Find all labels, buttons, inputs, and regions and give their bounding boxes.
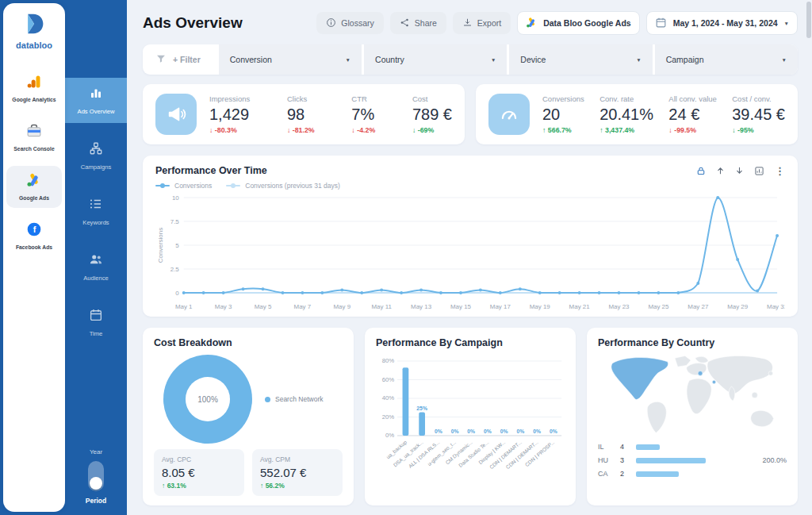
country-row[interactable]: IL4 [598, 443, 787, 451]
more-menu-icon[interactable]: ⋮ [775, 166, 785, 176]
svg-text:Conversions: Conversions [157, 228, 164, 263]
campaign-bar-chart[interactable]: 0%20%40%60%80%ua_backup25%DSA_ua_track..… [376, 352, 565, 485]
databloo-logo[interactable]: databloo [16, 13, 52, 50]
metric-delta: ↓ -99.5% [668, 126, 717, 134]
legend-item-conversions[interactable]: Conversions [155, 182, 212, 190]
chart-title: Performance By Country [598, 337, 787, 348]
delta-arrow-icon: ↑ [599, 126, 603, 134]
stat-delta: ↑ 63.1% [162, 482, 236, 490]
performance-line-chart[interactable]: 02.557.510May 1May 3May 5May 7May 9May 1… [155, 190, 785, 313]
bottom-row: Cost Breakdown 100% Search Network Avg. … [143, 328, 798, 505]
date-range-label: May 1, 2024 - May 31, 2024 [673, 18, 778, 28]
svg-text:May 13: May 13 [411, 303, 432, 310]
map-africa [687, 379, 711, 413]
nav-item-ads-overview[interactable]: Ads Overview [65, 78, 127, 123]
svg-text:0%: 0% [435, 429, 442, 434]
metric-delta: ↓ -81.2% [287, 126, 315, 134]
filter-label: Country [375, 55, 404, 64]
metric-value: 789 € [412, 106, 452, 124]
bar-chart-icon [89, 86, 103, 103]
metric-delta: ↑ 566.7% [542, 126, 584, 134]
date-range-picker[interactable]: May 1, 2024 - May 31, 2024 ▼ [646, 11, 798, 35]
chevron-down-icon: ▼ [636, 57, 641, 63]
nav-item-campaigns[interactable]: Campaigns [65, 133, 127, 179]
period-toggle[interactable] [88, 461, 104, 491]
sidebar-item-search-console[interactable]: Search Console [6, 117, 62, 159]
stat-avg-cpm: Avg. CPM 552.07 € ↑ 56.2% [252, 449, 343, 496]
donut-legend[interactable]: Search Network [265, 395, 323, 403]
toggle-knob[interactable] [90, 477, 102, 490]
sidebar-item-google-ads[interactable]: Google Ads [6, 166, 62, 208]
calendar-icon [89, 308, 103, 325]
svg-text:0%: 0% [533, 429, 541, 434]
nav-item-label: Time [90, 330, 103, 337]
glossary-button[interactable]: Glossary [316, 12, 383, 34]
donut-chart[interactable]: 100% [163, 355, 252, 444]
country-row[interactable]: CA2 [598, 470, 787, 478]
legend-item-conversions-previous[interactable]: Conversions (previous 31 days) [226, 182, 340, 190]
sidebar-item-google-analytics[interactable]: Google Analytics [6, 67, 62, 110]
share-button[interactable]: Share [390, 12, 446, 34]
delta-text: -95% [737, 126, 754, 134]
svg-text:0%: 0% [385, 432, 394, 439]
performance-by-campaign-card: Performance By Campaign 0%20%40%60%80%ua… [365, 328, 576, 505]
chart-title: Performance By Campaign [376, 337, 565, 348]
metric-conv-rate: Conv. rate 20.41% ↑ 3,437.4% [599, 94, 653, 134]
svg-text:May 29: May 29 [727, 303, 749, 310]
metric-delta: ↓ -69% [412, 126, 452, 134]
filter-dropdown-device[interactable]: Device ▼ [507, 44, 652, 75]
metric-cost: Cost 789 € ↓ -69% [412, 94, 452, 134]
lock-icon[interactable] [696, 166, 706, 176]
scrollbar-thumb[interactable] [806, 2, 811, 38]
country-code: CA [598, 470, 614, 478]
google-analytics-icon [26, 74, 42, 93]
data-source-label: Data Bloo Google Ads [543, 18, 630, 28]
page-title: Ads Overview [143, 14, 243, 32]
delta-text: 63.1% [167, 482, 186, 490]
add-filter-label: + Filter [173, 55, 201, 64]
kpi-card-traffic: Impressions 1,429 ↓ -80.3% Clicks 98 ↓ -… [143, 84, 465, 144]
svg-text:60%: 60% [382, 376, 394, 383]
metric-all-conv-value: All conv. value 24 € ↓ -99.5% [668, 94, 717, 134]
map-north-america[interactable] [611, 358, 668, 400]
filter-dropdown-campaign[interactable]: Campaign ▼ [653, 44, 798, 75]
export-button[interactable]: Export [453, 12, 511, 34]
world-map[interactable] [598, 352, 787, 437]
performance-over-time-card: Performance Over Time ⋮ Conversions Conv… [143, 156, 798, 317]
svg-text:May 21: May 21 [569, 303, 591, 310]
nav-item-audience[interactable]: Audience [65, 244, 127, 290]
country-value: 4 [620, 443, 630, 451]
arrow-up-icon[interactable] [716, 166, 725, 175]
nav-item-label: Campaigns [81, 163, 111, 171]
delta-arrow-icon: ↑ [162, 482, 165, 490]
country-bar [636, 471, 679, 477]
metric-label: Cost [412, 94, 452, 103]
legend-swatch [155, 185, 170, 186]
arrow-down-icon[interactable] [735, 166, 744, 175]
nav-item-time[interactable]: Time [65, 300, 127, 345]
metric-conversions: Conversions 20 ↑ 566.7% [542, 94, 584, 134]
data-source-selector[interactable]: Data Bloo Google Ads [517, 11, 639, 35]
svg-text:80%: 80% [382, 357, 394, 364]
map-israel[interactable] [712, 380, 715, 383]
svg-text:May 7: May 7 [294, 303, 312, 310]
filter-dropdown-conversion[interactable]: Conversion ▼ [216, 44, 362, 75]
add-filter-button[interactable]: + Filter [143, 44, 216, 75]
nav-item-keywords[interactable]: Keywords [65, 189, 127, 234]
map-hungary[interactable] [698, 371, 703, 376]
filter-dropdown-country[interactable]: Country ▼ [362, 44, 507, 75]
chart-legend: Conversions Conversions (previous 31 day… [155, 182, 785, 190]
metric-label: Clicks [287, 94, 315, 103]
filter-bar: + Filter Conversion ▼ Country ▼ Device ▼… [143, 44, 798, 75]
google-ads-icon [26, 172, 42, 191]
gauge-icon [488, 94, 530, 135]
svg-text:40%: 40% [382, 394, 394, 402]
delta-text: -81.2% [293, 126, 315, 134]
map-japan [768, 371, 772, 375]
country-row[interactable]: HU3200.0% [598, 456, 787, 464]
country-value: 3 [620, 456, 630, 464]
info-icon [326, 17, 336, 29]
stat-value: 552.07 € [260, 466, 335, 479]
chart-export-icon[interactable] [754, 166, 764, 176]
sidebar-item-facebook-ads[interactable]: f Facebook Ads [6, 215, 62, 257]
